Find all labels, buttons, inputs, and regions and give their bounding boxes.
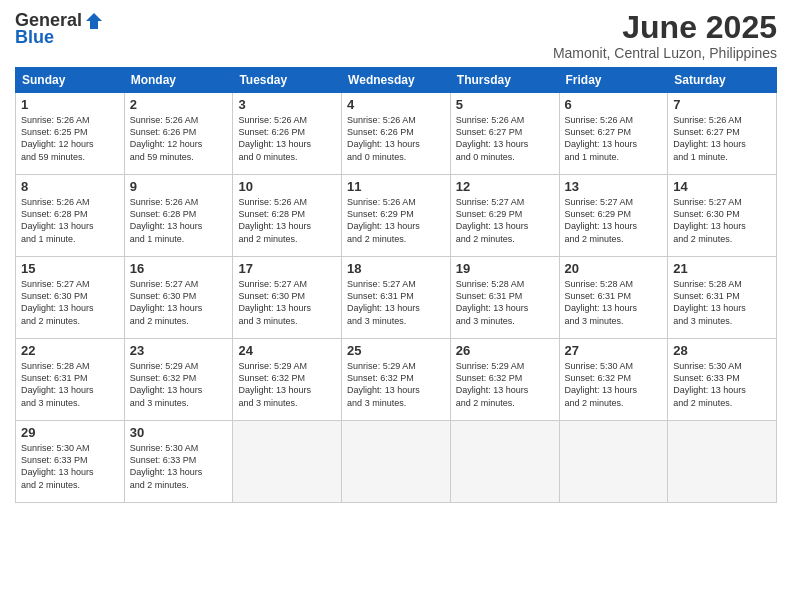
calendar-cell: 4Sunrise: 5:26 AM Sunset: 6:26 PM Daylig… [342,93,451,175]
calendar-cell: 2Sunrise: 5:26 AM Sunset: 6:26 PM Daylig… [124,93,233,175]
day-info: Sunrise: 5:29 AM Sunset: 6:32 PM Dayligh… [130,360,228,409]
calendar-cell: 7Sunrise: 5:26 AM Sunset: 6:27 PM Daylig… [668,93,777,175]
calendar-cell: 29Sunrise: 5:30 AM Sunset: 6:33 PM Dayli… [16,421,125,503]
day-number: 7 [673,97,771,112]
calendar-cell: 25Sunrise: 5:29 AM Sunset: 6:32 PM Dayli… [342,339,451,421]
day-info: Sunrise: 5:30 AM Sunset: 6:33 PM Dayligh… [130,442,228,491]
day-number: 13 [565,179,663,194]
calendar-cell: 18Sunrise: 5:27 AM Sunset: 6:31 PM Dayli… [342,257,451,339]
day-number: 11 [347,179,445,194]
day-number: 15 [21,261,119,276]
day-number: 5 [456,97,554,112]
day-number: 8 [21,179,119,194]
calendar-cell: 21Sunrise: 5:28 AM Sunset: 6:31 PM Dayli… [668,257,777,339]
day-number: 19 [456,261,554,276]
day-number: 1 [21,97,119,112]
calendar-table: Sunday Monday Tuesday Wednesday Thursday… [15,67,777,503]
header-friday: Friday [559,68,668,93]
header-wednesday: Wednesday [342,68,451,93]
calendar-week-row-1: 8Sunrise: 5:26 AM Sunset: 6:28 PM Daylig… [16,175,777,257]
day-info: Sunrise: 5:26 AM Sunset: 6:28 PM Dayligh… [238,196,336,245]
calendar-cell: 5Sunrise: 5:26 AM Sunset: 6:27 PM Daylig… [450,93,559,175]
day-info: Sunrise: 5:26 AM Sunset: 6:26 PM Dayligh… [130,114,228,163]
day-info: Sunrise: 5:26 AM Sunset: 6:26 PM Dayligh… [238,114,336,163]
calendar-cell: 14Sunrise: 5:27 AM Sunset: 6:30 PM Dayli… [668,175,777,257]
day-number: 14 [673,179,771,194]
calendar-cell: 1Sunrise: 5:26 AM Sunset: 6:25 PM Daylig… [16,93,125,175]
day-info: Sunrise: 5:28 AM Sunset: 6:31 PM Dayligh… [21,360,119,409]
calendar-cell [233,421,342,503]
day-info: Sunrise: 5:26 AM Sunset: 6:25 PM Dayligh… [21,114,119,163]
calendar-cell: 3Sunrise: 5:26 AM Sunset: 6:26 PM Daylig… [233,93,342,175]
day-number: 24 [238,343,336,358]
calendar-cell: 6Sunrise: 5:26 AM Sunset: 6:27 PM Daylig… [559,93,668,175]
calendar-week-row-3: 22Sunrise: 5:28 AM Sunset: 6:31 PM Dayli… [16,339,777,421]
calendar-cell: 26Sunrise: 5:29 AM Sunset: 6:32 PM Dayli… [450,339,559,421]
calendar-cell: 20Sunrise: 5:28 AM Sunset: 6:31 PM Dayli… [559,257,668,339]
day-info: Sunrise: 5:29 AM Sunset: 6:32 PM Dayligh… [238,360,336,409]
day-info: Sunrise: 5:28 AM Sunset: 6:31 PM Dayligh… [565,278,663,327]
day-number: 4 [347,97,445,112]
day-info: Sunrise: 5:27 AM Sunset: 6:30 PM Dayligh… [130,278,228,327]
day-info: Sunrise: 5:26 AM Sunset: 6:26 PM Dayligh… [347,114,445,163]
logo: General Blue [15,10,104,48]
day-info: Sunrise: 5:27 AM Sunset: 6:30 PM Dayligh… [238,278,336,327]
location-title: Mamonit, Central Luzon, Philippines [553,45,777,61]
day-number: 30 [130,425,228,440]
calendar-cell: 27Sunrise: 5:30 AM Sunset: 6:32 PM Dayli… [559,339,668,421]
day-number: 23 [130,343,228,358]
day-number: 22 [21,343,119,358]
day-number: 12 [456,179,554,194]
header-thursday: Thursday [450,68,559,93]
day-info: Sunrise: 5:26 AM Sunset: 6:27 PM Dayligh… [565,114,663,163]
logo-icon [84,11,104,31]
calendar-cell [342,421,451,503]
day-number: 29 [21,425,119,440]
calendar-header-row: Sunday Monday Tuesday Wednesday Thursday… [16,68,777,93]
day-number: 16 [130,261,228,276]
day-number: 10 [238,179,336,194]
day-info: Sunrise: 5:28 AM Sunset: 6:31 PM Dayligh… [673,278,771,327]
page: General Blue June 2025 Mamonit, Central … [0,0,792,612]
day-info: Sunrise: 5:27 AM Sunset: 6:29 PM Dayligh… [456,196,554,245]
title-section: June 2025 Mamonit, Central Luzon, Philip… [553,10,777,61]
calendar-cell: 28Sunrise: 5:30 AM Sunset: 6:33 PM Dayli… [668,339,777,421]
calendar-cell: 15Sunrise: 5:27 AM Sunset: 6:30 PM Dayli… [16,257,125,339]
day-info: Sunrise: 5:30 AM Sunset: 6:32 PM Dayligh… [565,360,663,409]
svg-marker-0 [86,13,102,29]
day-info: Sunrise: 5:27 AM Sunset: 6:29 PM Dayligh… [565,196,663,245]
day-number: 25 [347,343,445,358]
calendar-cell: 22Sunrise: 5:28 AM Sunset: 6:31 PM Dayli… [16,339,125,421]
calendar-cell: 12Sunrise: 5:27 AM Sunset: 6:29 PM Dayli… [450,175,559,257]
day-number: 18 [347,261,445,276]
calendar-cell [450,421,559,503]
day-number: 27 [565,343,663,358]
calendar-cell: 11Sunrise: 5:26 AM Sunset: 6:29 PM Dayli… [342,175,451,257]
calendar-cell: 10Sunrise: 5:26 AM Sunset: 6:28 PM Dayli… [233,175,342,257]
calendar-cell: 30Sunrise: 5:30 AM Sunset: 6:33 PM Dayli… [124,421,233,503]
day-number: 9 [130,179,228,194]
day-info: Sunrise: 5:26 AM Sunset: 6:29 PM Dayligh… [347,196,445,245]
calendar-cell [559,421,668,503]
day-info: Sunrise: 5:26 AM Sunset: 6:27 PM Dayligh… [456,114,554,163]
month-title: June 2025 [553,10,777,45]
day-info: Sunrise: 5:27 AM Sunset: 6:30 PM Dayligh… [21,278,119,327]
calendar-week-row-0: 1Sunrise: 5:26 AM Sunset: 6:25 PM Daylig… [16,93,777,175]
header-saturday: Saturday [668,68,777,93]
calendar-week-row-4: 29Sunrise: 5:30 AM Sunset: 6:33 PM Dayli… [16,421,777,503]
day-number: 26 [456,343,554,358]
calendar-week-row-2: 15Sunrise: 5:27 AM Sunset: 6:30 PM Dayli… [16,257,777,339]
calendar-cell: 23Sunrise: 5:29 AM Sunset: 6:32 PM Dayli… [124,339,233,421]
calendar-cell: 8Sunrise: 5:26 AM Sunset: 6:28 PM Daylig… [16,175,125,257]
day-number: 6 [565,97,663,112]
calendar-cell: 9Sunrise: 5:26 AM Sunset: 6:28 PM Daylig… [124,175,233,257]
calendar-cell: 24Sunrise: 5:29 AM Sunset: 6:32 PM Dayli… [233,339,342,421]
day-info: Sunrise: 5:28 AM Sunset: 6:31 PM Dayligh… [456,278,554,327]
day-number: 21 [673,261,771,276]
day-info: Sunrise: 5:29 AM Sunset: 6:32 PM Dayligh… [347,360,445,409]
day-info: Sunrise: 5:26 AM Sunset: 6:28 PM Dayligh… [130,196,228,245]
day-info: Sunrise: 5:26 AM Sunset: 6:27 PM Dayligh… [673,114,771,163]
day-info: Sunrise: 5:27 AM Sunset: 6:30 PM Dayligh… [673,196,771,245]
calendar-cell [668,421,777,503]
header-sunday: Sunday [16,68,125,93]
